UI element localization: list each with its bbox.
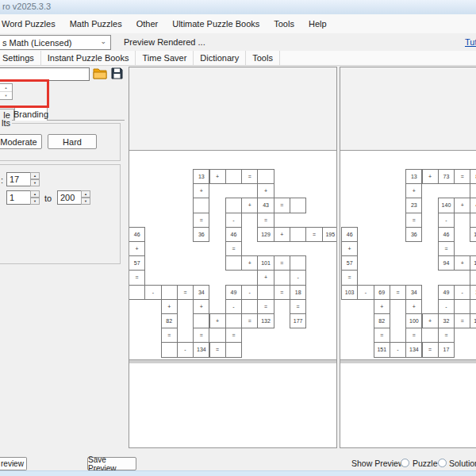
puzzle-value-cell	[225, 313, 242, 328]
spinner-down-icon[interactable]: ▼	[30, 198, 40, 205]
puzzle-type-combobox[interactable]: s Math (Licensed) ⌄	[0, 35, 111, 50]
open-folder-button[interactable]	[93, 67, 107, 82]
page-separator	[340, 359, 476, 363]
page-separator	[129, 359, 336, 363]
puzzle-value-cell: 129	[470, 227, 476, 242]
tab-time-saver[interactable]: Time Saver	[136, 51, 194, 65]
puzzle-value-cell: 69	[374, 285, 390, 300]
puzzle-value-cell	[225, 342, 242, 357]
spinner-down-icon[interactable]: ▼	[30, 179, 40, 186]
puzzle-value-cell: 46	[129, 227, 145, 242]
puzzle-operator-cell: +	[161, 299, 178, 314]
tab-dictionary[interactable]: Dictionary	[194, 51, 246, 65]
puzzle-operator-cell: +	[129, 241, 145, 256]
puzzle-operator-cell: =	[341, 270, 358, 285]
puzzle-value-cell: 13	[193, 169, 209, 184]
puzzle-radio[interactable]	[401, 459, 409, 467]
menu-help[interactable]: Help	[301, 16, 334, 32]
puzzle-value-cell	[290, 227, 306, 242]
subtab-branding[interactable]: Branding	[14, 106, 48, 121]
main-tab-strip: Settings Instant Puzzle Books Time Saver…	[0, 51, 476, 66]
range-from-spinner-value[interactable]: 1	[6, 190, 31, 205]
preview-header-box	[129, 67, 336, 151]
puzzle-value-cell: 49	[438, 285, 455, 300]
menu-math-puzzles[interactable]: Math Puzzles	[63, 16, 129, 32]
puzzle-operator-cell: -	[438, 213, 455, 228]
save-button[interactable]	[110, 67, 125, 82]
puzzle-operator-cell: =	[209, 342, 226, 357]
puzzle-operator-cell: =	[405, 213, 422, 228]
puzzle-value-cell: 36	[405, 227, 422, 242]
save-preview-button[interactable]: Save Preview	[87, 457, 136, 470]
puzzle-operator-cell: +	[405, 299, 422, 314]
puzzle-value-cell: 13	[405, 169, 422, 184]
floppy-disk-icon	[110, 72, 124, 82]
menu-ultimate-puzzle-books[interactable]: Ultimate Puzzle Books	[165, 16, 267, 32]
moderate-difficulty-button[interactable]: Moderate	[0, 134, 42, 149]
puzzle-value-cell: 134	[193, 342, 209, 357]
menu-other[interactable]: Other	[129, 16, 166, 32]
puzzle-operator-cell: =	[274, 255, 290, 271]
puzzle-grid-right: 13+73=86++23140+43=183=-=463646129+66=19…	[341, 169, 476, 359]
puzzle-value-cell: 132	[470, 313, 476, 328]
puzzle-value-cell	[290, 255, 306, 271]
puzzle-value-cell: 103	[341, 285, 358, 300]
puzzle-value-cell	[193, 313, 209, 328]
range-from-spinner-arrows[interactable]: ▲ ▼	[30, 190, 40, 205]
puzzle-operator-cell: =	[241, 313, 258, 328]
puzzle-value-cell: 151	[374, 342, 390, 357]
menu-tools[interactable]: Tools	[267, 16, 301, 32]
puzzle-value-cell: 46	[341, 227, 358, 242]
puzzle-value-cell: 129	[257, 227, 274, 242]
puzzle-operator-cell: =	[405, 328, 422, 343]
puzzle-value-cell: 82	[161, 313, 178, 328]
size-spinner-value[interactable]: 17	[6, 172, 31, 186]
puzzle-value-cell: 100	[405, 313, 422, 328]
range-to-label: to	[44, 194, 52, 203]
puzzle-operator-cell: +	[274, 227, 290, 242]
puzzle-operator-cell: +	[209, 169, 226, 184]
puzzle-value-cell: 43	[257, 198, 274, 213]
puzzle-operator-cell: +	[257, 270, 274, 285]
range-to-spinner-value[interactable]: 200	[57, 190, 82, 205]
puzzle-operator-cell: =	[161, 328, 178, 343]
puzzle-value-cell: 195	[322, 227, 337, 242]
spinner-up-icon[interactable]: ▲	[81, 190, 90, 198]
puzzle-operator-cell: =	[193, 213, 209, 228]
puzzle-operator-cell: +	[422, 169, 439, 184]
puzzle-operator-cell: -	[144, 285, 161, 300]
puzzle-value-cell: 101	[470, 255, 476, 271]
preview-button[interactable]: review	[0, 457, 27, 470]
puzzle-operator-cell: +	[193, 183, 209, 198]
size-spinner-arrows[interactable]: ▲ ▼	[30, 172, 40, 186]
puzzle-operator-cell: +	[241, 198, 258, 213]
tab-instant-puzzle-books[interactable]: Instant Puzzle Books	[41, 51, 136, 65]
puzzle-operator-cell: +	[454, 198, 470, 213]
hard-difficulty-button[interactable]: Hard	[48, 134, 97, 149]
puzzle-value-cell: 23	[405, 198, 422, 213]
puzzle-value-cell: 31	[470, 285, 476, 300]
puzzle-value-cell	[129, 285, 145, 300]
puzzle-operator-cell: +	[257, 183, 274, 198]
puzzle-operator-cell: =	[470, 213, 476, 228]
spinner-up-icon[interactable]: ▲	[30, 172, 40, 179]
puzzle-value-cell: 86	[470, 169, 476, 184]
spinner-down-icon[interactable]: ▼	[81, 198, 90, 205]
puzzle-value-cell	[290, 198, 306, 213]
puzzle-operator-cell: =	[177, 285, 194, 300]
difficulty-groupbox-label: lts	[0, 118, 12, 128]
app-window: ro v2025.3.3 Word Puzzles Math Puzzles O…	[0, 0, 476, 476]
range-to-spinner-arrows[interactable]: ▲ ▼	[81, 190, 90, 205]
tab-tools[interactable]: Tools	[246, 51, 280, 65]
spinner-up-icon[interactable]: ▲	[30, 190, 40, 198]
tutorials-link[interactable]: Tuto	[465, 37, 476, 47]
solution-radio[interactable]	[438, 459, 447, 467]
puzzle-operator-cell: =	[257, 213, 274, 228]
puzzle-operator-cell: +	[374, 299, 390, 314]
puzzle-operator-cell: =	[274, 285, 290, 300]
menu-word-puzzles[interactable]: Word Puzzles	[0, 16, 63, 32]
tab-settings[interactable]: Settings	[0, 51, 41, 65]
puzzle-operator-cell: -	[225, 213, 242, 228]
puzzle-value-cell: 57	[129, 255, 145, 271]
puzzle-operator-cell: =	[193, 328, 209, 343]
